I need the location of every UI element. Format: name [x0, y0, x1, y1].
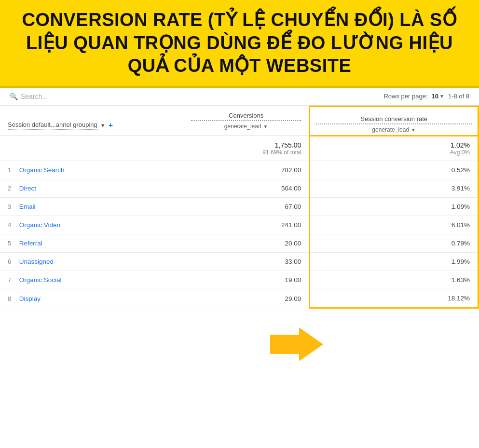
row-rate-cell: 1.09% [310, 198, 479, 216]
arrow-annotation [270, 327, 323, 363]
col-rate-filter-value: generate_lead [372, 126, 409, 133]
row-number: 6 [8, 258, 17, 265]
channel-name[interactable]: Direct [19, 185, 36, 192]
row-conversions-cell: 29.00 [183, 289, 310, 308]
col-channel-add[interactable]: + [109, 121, 113, 130]
channel-name[interactable]: Email [19, 203, 36, 210]
search-box[interactable]: 🔍 Search... [10, 93, 48, 100]
col-rate-label: Session conversion rate [316, 115, 472, 124]
table-row: 7 Organic Social 19.00 1.63% [0, 271, 479, 289]
row-conversions-cell: 20.00 [183, 234, 310, 253]
channel-name[interactable]: Organic Video [19, 221, 60, 229]
row-conversions-cell: 241.00 [183, 216, 310, 234]
col-rate-subfilter: generate_lead ▼ [316, 126, 472, 133]
row-channel-cell: 4 Organic Video [0, 216, 183, 234]
table-row: 6 Unassigned 33.00 1.99% [0, 253, 479, 271]
search-icon: 🔍 [10, 93, 18, 100]
row-conversions-cell: 782.00 [183, 161, 310, 179]
totals-rate-value: 1.02% [318, 141, 470, 149]
rows-dropdown-arrow: ▼ [439, 94, 444, 99]
row-rate-cell: 3.91% [310, 179, 479, 198]
row-conversions-cell: 67.00 [183, 198, 310, 216]
col-conversions-header[interactable]: Conversions generate_lead ▼ [183, 106, 310, 136]
row-rate-cell: 0.52% [310, 161, 479, 179]
totals-rate-avg: Avg 0% [318, 149, 470, 156]
col-conversions-subfilter: generate_lead ▼ [191, 123, 301, 130]
col-rate-header[interactable]: Session conversion rate generate_lead ▼ [310, 106, 479, 136]
row-channel-cell: 8 Display [0, 289, 183, 308]
arrow-svg [270, 327, 323, 361]
pagination-info: 1-8 of 8 [448, 93, 469, 100]
row-rate-cell: 18.12% [310, 289, 479, 308]
table-row: 2 Direct 564.00 3.91% [0, 179, 479, 198]
row-channel-cell: 3 Email [0, 198, 183, 216]
row-number: 7 [8, 276, 17, 284]
col-conversions-filter-arrow[interactable]: ▼ [263, 124, 268, 129]
header-banner: CONVERSION RATE (TỶ LỆ CHUYỂN ĐỔI) LÀ SỐ… [0, 0, 479, 88]
totals-channel-cell [0, 136, 183, 161]
totals-rate-cell: 1.02% Avg 0% [310, 136, 479, 161]
row-channel-cell: 1 Organic Search [0, 161, 183, 179]
header-title: CONVERSION RATE (TỶ LỆ CHUYỂN ĐỔI) LÀ SỐ… [12, 9, 467, 78]
totals-conversions-value: 1,755.00 [191, 141, 301, 149]
table-row: 4 Organic Video 241.00 6.01% [0, 216, 479, 234]
totals-conversions-pct: 91.69% of total [191, 149, 301, 156]
table-header-row: Session default...annel grouping ▼ + Con… [0, 106, 479, 136]
row-number: 1 [8, 166, 17, 174]
totals-conversions-cell: 1,755.00 91.69% of total [183, 136, 310, 161]
svg-marker-0 [270, 327, 323, 361]
row-rate-cell: 6.01% [310, 216, 479, 234]
col-rate-filter-arrow[interactable]: ▼ [411, 127, 416, 133]
rows-info: Rows per page: 10 ▼ 1-8 of 8 [383, 93, 469, 100]
table-row: 8 Display 29.00 18.12% [0, 289, 479, 308]
row-rate-cell: 1.63% [310, 271, 479, 289]
row-conversions-cell: 19.00 [183, 271, 310, 289]
data-table: Session default...annel grouping ▼ + Con… [0, 106, 479, 309]
channel-name[interactable]: Referral [19, 240, 42, 247]
table-row: 3 Email 67.00 1.09% [0, 198, 479, 216]
row-conversions-cell: 564.00 [183, 179, 310, 198]
row-channel-cell: 6 Unassigned [0, 253, 183, 271]
col-conversions-filter-value: generate_lead [224, 123, 261, 130]
data-table-container: Session default...annel grouping ▼ + Con… [0, 106, 479, 309]
totals-row: 1,755.00 91.69% of total 1.02% Avg 0% [0, 136, 479, 161]
row-number: 4 [8, 221, 17, 229]
channel-name[interactable]: Organic Search [19, 166, 65, 174]
table-row: 1 Organic Search 782.00 0.52% [0, 161, 479, 179]
row-number: 2 [8, 185, 17, 192]
col-channel-dropdown[interactable]: ▼ [100, 122, 106, 128]
channel-name[interactable]: Organic Social [19, 276, 62, 284]
table-section: L LIGHT Nhanh – Chuẩn – Đẹp Session defa… [0, 106, 479, 309]
row-rate-cell: 1.99% [310, 253, 479, 271]
table-row: 5 Referral 20.00 0.79% [0, 234, 479, 253]
row-conversions-cell: 33.00 [183, 253, 310, 271]
toolbar: 🔍 Search... Rows per page: 10 ▼ 1-8 of 8 [0, 88, 479, 106]
row-number: 8 [8, 295, 17, 302]
col-conversions-label: Conversions [191, 112, 301, 121]
row-number: 5 [8, 240, 17, 247]
rows-per-page-label: Rows per page: [383, 93, 427, 100]
rows-per-page-select[interactable]: 10 ▼ [432, 93, 444, 100]
row-number: 3 [8, 203, 17, 210]
col-channel-header[interactable]: Session default...annel grouping ▼ + [0, 106, 183, 136]
search-placeholder: Search... [21, 93, 48, 100]
rows-per-page-value: 10 [432, 93, 438, 100]
channel-name[interactable]: Unassigned [19, 258, 54, 265]
row-channel-cell: 7 Organic Social [0, 271, 183, 289]
row-channel-cell: 2 Direct [0, 179, 183, 198]
row-rate-cell: 0.79% [310, 234, 479, 253]
channel-name[interactable]: Display [19, 295, 41, 302]
col-channel-label: Session default...annel grouping [8, 121, 97, 130]
row-channel-cell: 5 Referral [0, 234, 183, 253]
